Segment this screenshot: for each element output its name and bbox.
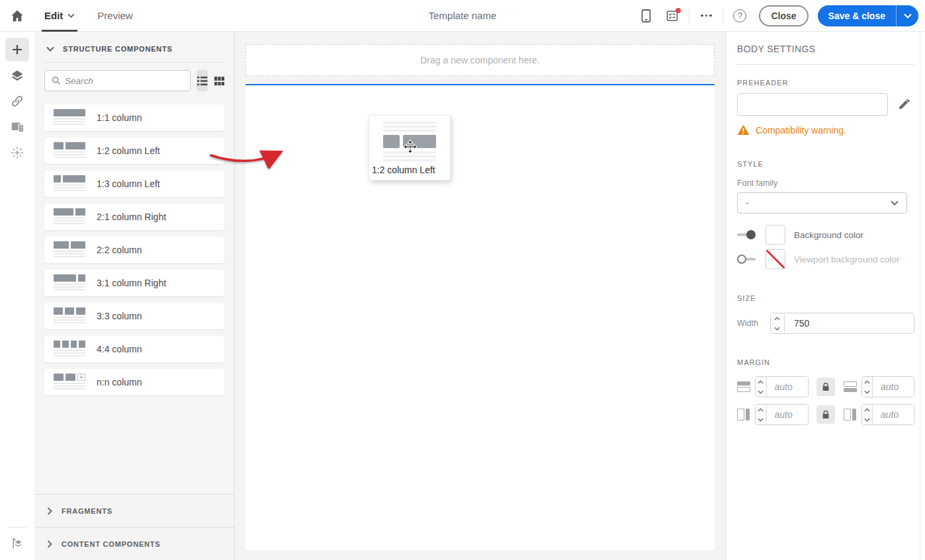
margin-top-input[interactable] xyxy=(767,377,808,397)
component-label: 1:3 column Left xyxy=(97,179,160,189)
sparkle-burst-icon xyxy=(11,146,24,159)
move-cursor-icon xyxy=(403,140,418,154)
component-thumbnail xyxy=(54,208,85,225)
help-button[interactable]: ? xyxy=(730,6,750,26)
save-split-button: Save & close xyxy=(818,5,918,26)
margin-right-input[interactable] xyxy=(873,405,914,424)
structure-component-list: 1:1 column1:2 column Left1:3 column Left… xyxy=(34,104,234,395)
lock-vertical-margins-button[interactable] xyxy=(816,378,835,396)
close-button[interactable]: Close xyxy=(759,5,808,26)
component-thumbnail xyxy=(54,307,85,325)
list-view-button[interactable] xyxy=(197,70,208,91)
font-family-select[interactable]: - xyxy=(737,192,907,214)
warning-icon xyxy=(737,124,750,136)
chevron-right-icon xyxy=(47,507,52,515)
assets-icon xyxy=(11,120,24,134)
structure-tree-button[interactable] xyxy=(5,532,29,555)
width-stepper-input xyxy=(770,313,914,334)
tab-preview[interactable]: Preview xyxy=(95,0,135,32)
home-icon xyxy=(10,9,26,23)
content-components-header[interactable]: CONTENT COMPONENTS xyxy=(34,527,234,560)
components-button[interactable] xyxy=(5,141,29,165)
margin-bottom-stepper-up[interactable] xyxy=(862,377,873,387)
margin-left-stepper-input xyxy=(755,404,809,425)
lock-icon xyxy=(822,410,830,419)
email-body-page[interactable] xyxy=(245,85,715,550)
mode-tabs: Edit Preview xyxy=(42,0,153,32)
structure-component-3-1-column-right[interactable]: 3:1 column Right xyxy=(44,270,224,296)
width-stepper-up[interactable] xyxy=(771,313,784,323)
structure-components-header[interactable]: STRUCTURE COMPONENTS xyxy=(34,32,234,62)
search-input[interactable] xyxy=(65,76,183,86)
margin-left-stepper-up[interactable] xyxy=(756,405,766,415)
fragments-header[interactable]: FRAGMENTS xyxy=(34,494,234,527)
structure-component-2-1-column-right[interactable]: 2:1 column Right xyxy=(44,204,224,230)
more-actions-button[interactable] xyxy=(696,6,716,26)
layers-button[interactable] xyxy=(5,63,29,87)
width-stepper-down[interactable] xyxy=(771,323,784,333)
mobile-preview-button[interactable] xyxy=(636,6,656,26)
margin-top-stepper-down[interactable] xyxy=(756,387,766,397)
assets-button[interactable] xyxy=(5,115,29,139)
structure-component-1-3-column-left[interactable]: 1:3 column Left xyxy=(44,171,224,197)
structure-component-n-n-column[interactable]: +n:n column xyxy=(44,369,224,395)
structure-component-2-2-column[interactable]: 2:2 column xyxy=(44,237,224,263)
fragments-label: FRAGMENTS xyxy=(62,507,112,515)
plus-icon xyxy=(11,44,23,56)
margin-row-top-bottom xyxy=(737,376,914,397)
save-and-close-button[interactable]: Save & close xyxy=(818,5,896,26)
structure-component-1-2-column-left[interactable]: 1:2 column Left xyxy=(44,138,224,164)
preheader-input[interactable] xyxy=(737,93,888,116)
grid-view-button[interactable] xyxy=(214,70,225,91)
margin-left-input[interactable] xyxy=(767,405,808,424)
save-options-button[interactable] xyxy=(896,5,918,26)
margin-right-stepper-up[interactable] xyxy=(862,405,873,415)
layers-icon xyxy=(11,69,24,82)
structure-component-3-3-column[interactable]: 3:3 column xyxy=(44,303,224,329)
margin-bottom-stepper-input xyxy=(861,376,915,397)
component-thumbnail xyxy=(54,142,85,159)
structure-component-4-4-column[interactable]: 4:4 column xyxy=(44,336,224,362)
component-label: 3:1 column Right xyxy=(97,278,166,288)
margin-top-stepper-up[interactable] xyxy=(756,377,766,387)
width-input[interactable] xyxy=(785,313,914,333)
lock-horizontal-margins-button[interactable] xyxy=(816,405,835,424)
viewport-background-swatch[interactable] xyxy=(766,249,785,269)
review-alerts-button[interactable] xyxy=(662,6,682,26)
top-bar: Edit Preview Template name ? xyxy=(0,0,925,32)
compatibility-warning[interactable]: Compatibility warning. xyxy=(737,124,914,136)
font-family-value: - xyxy=(746,198,749,208)
drop-placeholder[interactable]: Drag a new component here. xyxy=(245,44,715,76)
margin-bottom-input[interactable] xyxy=(873,377,914,397)
drag-ghost-card: 1:2 column Left xyxy=(369,115,451,180)
tab-edit[interactable]: Edit xyxy=(42,0,77,32)
component-thumbnail xyxy=(54,340,85,358)
viewport-background-toggle[interactable] xyxy=(737,255,756,264)
search-row xyxy=(44,70,224,91)
divider xyxy=(8,527,26,528)
chevron-down-icon xyxy=(46,46,54,52)
divider xyxy=(737,64,914,65)
editor-canvas: Drag a new component here. 1:2 column Le… xyxy=(235,32,726,560)
component-thumbnail xyxy=(54,274,85,292)
margin-right-stepper-input xyxy=(861,404,915,425)
margin-bottom-stepper-down[interactable] xyxy=(862,387,873,397)
home-button[interactable] xyxy=(10,8,26,24)
margin-right-stepper-down[interactable] xyxy=(862,415,873,424)
structure-tree-icon xyxy=(11,537,24,550)
component-label: 1:1 column xyxy=(97,112,142,123)
links-button[interactable] xyxy=(5,89,29,113)
component-thumbnail xyxy=(54,241,85,259)
add-content-button[interactable] xyxy=(5,38,29,61)
background-color-swatch[interactable] xyxy=(766,225,785,245)
margin-left-icon xyxy=(737,409,750,420)
help-icon: ? xyxy=(733,9,746,22)
background-color-toggle[interactable] xyxy=(737,230,756,239)
drop-placeholder-text: Drag a new component here. xyxy=(420,55,540,65)
margin-bottom-icon xyxy=(844,381,857,392)
chevron-right-icon xyxy=(47,540,52,548)
font-family-label: Font family xyxy=(737,179,914,188)
structure-component-1-1-column[interactable]: 1:1 column xyxy=(44,104,224,131)
edit-preheader-button[interactable] xyxy=(897,97,912,112)
margin-left-stepper-down[interactable] xyxy=(756,415,766,424)
